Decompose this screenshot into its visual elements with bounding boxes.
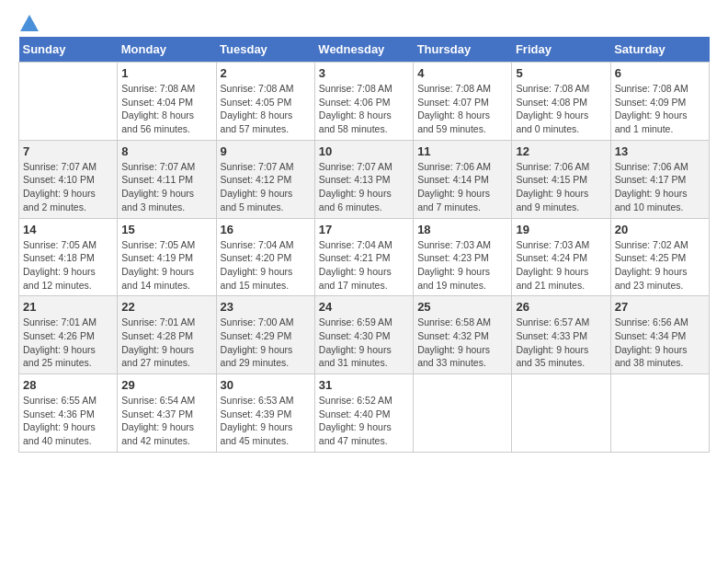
day-info: Sunrise: 7:04 AMSunset: 4:20 PMDaylight:… — [221, 238, 311, 293]
day-info: Sunrise: 6:52 AMSunset: 4:40 PMDaylight:… — [319, 394, 409, 448]
day-number: 17 — [319, 223, 409, 236]
day-number: 3 — [319, 66, 409, 80]
day-header-monday: Monday — [118, 37, 216, 63]
day-number: 14 — [23, 223, 113, 236]
day-number: 26 — [516, 300, 606, 314]
day-number: 11 — [417, 144, 507, 158]
day-number: 15 — [121, 223, 211, 236]
day-info: Sunrise: 7:02 AMSunset: 4:25 PMDaylight:… — [615, 238, 705, 293]
day-number: 31 — [319, 378, 409, 392]
day-number: 8 — [121, 144, 211, 158]
calendar-cell: 9Sunrise: 7:07 AMSunset: 4:12 PMDaylight… — [216, 140, 314, 218]
day-info: Sunrise: 6:58 AMSunset: 4:32 PMDaylight:… — [417, 316, 507, 370]
day-number: 20 — [615, 223, 705, 236]
calendar-cell: 2Sunrise: 7:08 AMSunset: 4:05 PMDaylight… — [216, 63, 314, 141]
day-header-thursday: Thursday — [414, 37, 512, 63]
day-info: Sunrise: 7:06 AMSunset: 4:14 PMDaylight:… — [417, 160, 507, 214]
day-header-saturday: Saturday — [610, 37, 709, 63]
day-info: Sunrise: 7:05 AMSunset: 4:18 PMDaylight:… — [23, 238, 113, 293]
calendar-cell: 7Sunrise: 7:07 AMSunset: 4:10 PMDaylight… — [19, 140, 118, 218]
calendar-cell: 14Sunrise: 7:05 AMSunset: 4:18 PMDayligh… — [19, 218, 118, 296]
day-info: Sunrise: 7:07 AMSunset: 4:10 PMDaylight:… — [23, 160, 113, 214]
day-number: 24 — [319, 300, 409, 314]
day-number: 16 — [221, 223, 311, 236]
calendar-cell: 28Sunrise: 6:55 AMSunset: 4:36 PMDayligh… — [19, 374, 118, 453]
logo — [18, 18, 39, 28]
day-info: Sunrise: 6:55 AMSunset: 4:36 PMDaylight:… — [23, 394, 113, 448]
calendar-week-row: 28Sunrise: 6:55 AMSunset: 4:36 PMDayligh… — [19, 374, 710, 453]
day-info: Sunrise: 7:08 AMSunset: 4:07 PMDaylight:… — [417, 82, 507, 136]
svg-marker-0 — [20, 15, 39, 31]
calendar-cell — [610, 374, 709, 453]
day-info: Sunrise: 6:54 AMSunset: 4:37 PMDaylight:… — [121, 394, 211, 448]
day-number: 21 — [23, 300, 113, 314]
calendar-cell: 17Sunrise: 7:04 AMSunset: 4:21 PMDayligh… — [314, 218, 413, 296]
day-number: 27 — [615, 300, 705, 314]
day-info: Sunrise: 7:06 AMSunset: 4:15 PMDaylight:… — [516, 160, 606, 214]
calendar-cell: 18Sunrise: 7:03 AMSunset: 4:23 PMDayligh… — [414, 218, 512, 296]
calendar-cell: 1Sunrise: 7:08 AMSunset: 4:04 PMDaylight… — [118, 63, 216, 141]
calendar-cell — [512, 374, 610, 453]
day-info: Sunrise: 6:53 AMSunset: 4:39 PMDaylight:… — [221, 394, 311, 448]
calendar-cell: 8Sunrise: 7:07 AMSunset: 4:11 PMDaylight… — [118, 140, 216, 218]
day-header-friday: Friday — [512, 37, 610, 63]
day-header-sunday: Sunday — [19, 37, 118, 63]
day-header-tuesday: Tuesday — [216, 37, 314, 63]
day-info: Sunrise: 6:57 AMSunset: 4:33 PMDaylight:… — [516, 316, 606, 370]
page-header — [18, 18, 710, 28]
day-number: 25 — [417, 300, 507, 314]
calendar-cell: 20Sunrise: 7:02 AMSunset: 4:25 PMDayligh… — [610, 218, 709, 296]
calendar-cell: 24Sunrise: 6:59 AMSunset: 4:30 PMDayligh… — [314, 296, 413, 374]
day-number: 4 — [417, 66, 507, 80]
calendar-cell: 15Sunrise: 7:05 AMSunset: 4:19 PMDayligh… — [118, 218, 216, 296]
calendar-cell: 29Sunrise: 6:54 AMSunset: 4:37 PMDayligh… — [118, 374, 216, 453]
logo-icon — [20, 15, 39, 31]
day-number: 29 — [121, 378, 211, 392]
calendar-week-row: 7Sunrise: 7:07 AMSunset: 4:10 PMDaylight… — [19, 140, 710, 218]
calendar-header-row: SundayMondayTuesdayWednesdayThursdayFrid… — [19, 37, 710, 63]
calendar-cell: 10Sunrise: 7:07 AMSunset: 4:13 PMDayligh… — [314, 140, 413, 218]
day-info: Sunrise: 7:01 AMSunset: 4:28 PMDaylight:… — [121, 316, 211, 370]
day-number: 23 — [221, 300, 311, 314]
day-number: 19 — [516, 223, 606, 236]
day-number: 30 — [221, 378, 311, 392]
day-info: Sunrise: 7:07 AMSunset: 4:13 PMDaylight:… — [319, 160, 409, 214]
calendar-cell: 12Sunrise: 7:06 AMSunset: 4:15 PMDayligh… — [512, 140, 610, 218]
calendar-cell: 19Sunrise: 7:03 AMSunset: 4:24 PMDayligh… — [512, 218, 610, 296]
day-info: Sunrise: 7:00 AMSunset: 4:29 PMDaylight:… — [221, 316, 311, 370]
calendar-cell: 30Sunrise: 6:53 AMSunset: 4:39 PMDayligh… — [216, 374, 314, 453]
calendar-week-row: 1Sunrise: 7:08 AMSunset: 4:04 PMDaylight… — [19, 63, 710, 141]
calendar-cell — [19, 63, 118, 141]
day-info: Sunrise: 7:03 AMSunset: 4:23 PMDaylight:… — [417, 238, 507, 293]
day-info: Sunrise: 7:08 AMSunset: 4:08 PMDaylight:… — [516, 82, 606, 136]
day-info: Sunrise: 6:56 AMSunset: 4:34 PMDaylight:… — [615, 316, 705, 370]
calendar-cell: 25Sunrise: 6:58 AMSunset: 4:32 PMDayligh… — [414, 296, 512, 374]
calendar-cell: 4Sunrise: 7:08 AMSunset: 4:07 PMDaylight… — [414, 63, 512, 141]
calendar-week-row: 14Sunrise: 7:05 AMSunset: 4:18 PMDayligh… — [19, 218, 710, 296]
day-info: Sunrise: 7:01 AMSunset: 4:26 PMDaylight:… — [23, 316, 113, 370]
day-number: 22 — [121, 300, 211, 314]
calendar-cell: 11Sunrise: 7:06 AMSunset: 4:14 PMDayligh… — [414, 140, 512, 218]
day-info: Sunrise: 7:06 AMSunset: 4:17 PMDaylight:… — [615, 160, 705, 214]
calendar-cell: 13Sunrise: 7:06 AMSunset: 4:17 PMDayligh… — [610, 140, 709, 218]
calendar-cell: 6Sunrise: 7:08 AMSunset: 4:09 PMDaylight… — [610, 63, 709, 141]
day-info: Sunrise: 7:08 AMSunset: 4:06 PMDaylight:… — [319, 82, 409, 136]
day-number: 13 — [615, 144, 705, 158]
day-header-wednesday: Wednesday — [314, 37, 413, 63]
calendar-cell: 23Sunrise: 7:00 AMSunset: 4:29 PMDayligh… — [216, 296, 314, 374]
day-number: 5 — [516, 66, 606, 80]
calendar-week-row: 21Sunrise: 7:01 AMSunset: 4:26 PMDayligh… — [19, 296, 710, 374]
day-number: 12 — [516, 144, 606, 158]
day-number: 6 — [615, 66, 705, 80]
day-info: Sunrise: 7:08 AMSunset: 4:05 PMDaylight:… — [221, 82, 311, 136]
day-info: Sunrise: 7:04 AMSunset: 4:21 PMDaylight:… — [319, 238, 409, 293]
calendar-table: SundayMondayTuesdayWednesdayThursdayFrid… — [18, 37, 710, 453]
day-info: Sunrise: 7:07 AMSunset: 4:12 PMDaylight:… — [221, 160, 311, 214]
day-number: 2 — [221, 66, 311, 80]
calendar-cell: 16Sunrise: 7:04 AMSunset: 4:20 PMDayligh… — [216, 218, 314, 296]
day-info: Sunrise: 6:59 AMSunset: 4:30 PMDaylight:… — [319, 316, 409, 370]
day-info: Sunrise: 7:03 AMSunset: 4:24 PMDaylight:… — [516, 238, 606, 293]
day-number: 28 — [23, 378, 113, 392]
day-number: 10 — [319, 144, 409, 158]
day-info: Sunrise: 7:08 AMSunset: 4:04 PMDaylight:… — [121, 82, 211, 136]
